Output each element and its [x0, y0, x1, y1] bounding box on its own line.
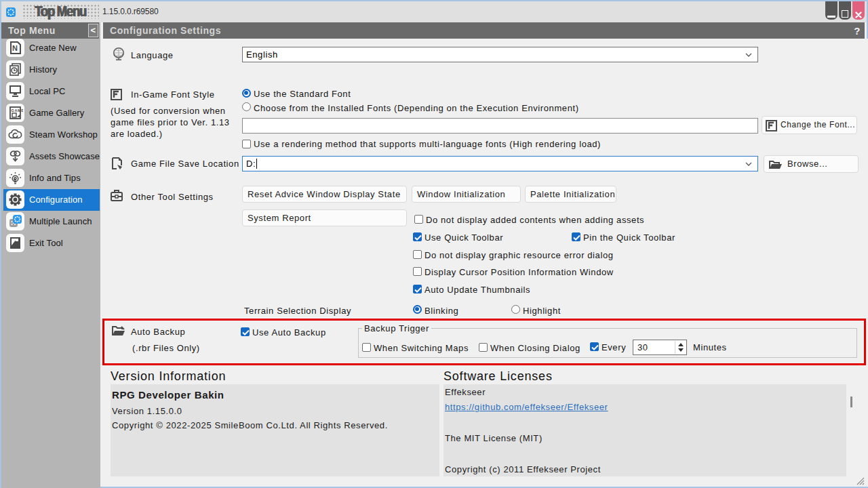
svg-text:N: N	[12, 44, 18, 52]
svg-text:GAME: GAME	[12, 108, 24, 113]
